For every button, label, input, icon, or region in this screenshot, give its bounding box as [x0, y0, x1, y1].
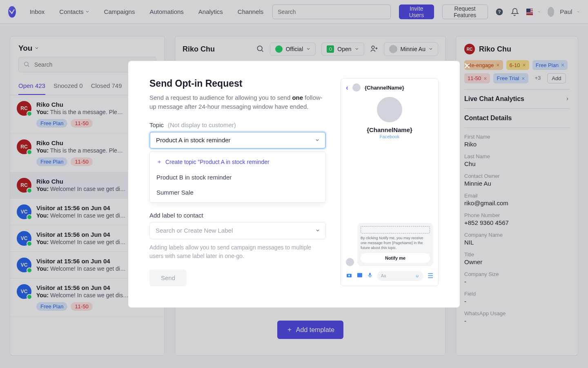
modal-title: Send Opt-in Request: [149, 78, 326, 89]
svg-rect-8: [369, 273, 371, 276]
notify-me-button: Notify me: [361, 253, 430, 263]
channel-name-large: {ChannelName}: [367, 126, 412, 133]
message-card: By clicking Notify me, you may receive o…: [357, 223, 433, 266]
back-icon: ‹: [346, 83, 348, 92]
message-image-placeholder: [361, 226, 430, 233]
topic-label: Topic (Not display to customer): [149, 121, 326, 128]
modal-description: Send a request to audience for allowing …: [149, 93, 326, 112]
channel-platform: Facebook: [380, 134, 399, 139]
modal-overlay[interactable]: × Send Opt-in Request Send a request to …: [0, 0, 588, 368]
close-button[interactable]: ×: [464, 59, 470, 72]
gallery-icon: [356, 272, 363, 280]
topic-dropdown: ＋ Create topic "Product A in stock remin…: [149, 151, 326, 203]
topic-option[interactable]: Product B in stock reminder: [150, 170, 325, 185]
menu-icon: ☰: [428, 272, 433, 280]
channel-avatar-small: [352, 83, 361, 92]
plus-icon: ＋: [156, 158, 162, 166]
topic-option[interactable]: Summer Sale: [150, 185, 325, 200]
label-help-text: Adding labels allow you to send campaign…: [149, 243, 326, 260]
mic-icon: [367, 272, 373, 280]
camera-icon: [346, 272, 352, 280]
chevron-down-icon: [315, 138, 319, 142]
chevron-down-icon: [316, 229, 320, 233]
message-text: By clicking Notify me, you may receive o…: [361, 236, 430, 250]
svg-rect-7: [357, 273, 362, 277]
phone-preview: ‹ {ChannelName} {ChannelName} Facebook B…: [341, 78, 439, 286]
topic-select[interactable]: Product A in stock reminder: [149, 132, 326, 149]
channel-avatar-large: [377, 97, 402, 122]
add-label-label: Add label to contact: [149, 212, 326, 219]
emoji-icon: ☺: [415, 274, 419, 278]
message-avatar: [346, 258, 354, 266]
channel-name-small: {ChannelName}: [365, 85, 404, 91]
opt-in-request-modal: × Send Opt-in Request Send a request to …: [128, 61, 460, 307]
svg-point-6: [348, 274, 350, 276]
create-topic-option[interactable]: ＋ Create topic "Product A in stock remin…: [150, 154, 325, 170]
label-select[interactable]: Search or Create New Label: [149, 222, 326, 239]
close-icon: ×: [464, 59, 470, 72]
message-input-preview: Aa ☺: [377, 271, 423, 281]
send-button[interactable]: Send: [149, 269, 187, 286]
